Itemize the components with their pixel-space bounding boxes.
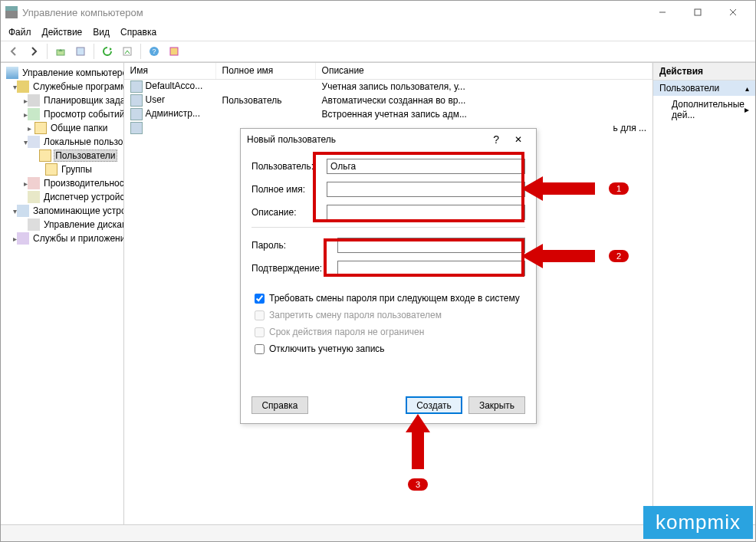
scheduler-icon [28,94,40,107]
svg-marker-11 [521,176,595,201]
dialog-title: Новый пользователь [247,134,336,145]
event-viewer-icon [28,108,40,120]
dialog-titlebar: Новый пользователь ? ✕ [241,129,536,150]
tree-storage[interactable]: ▾Запоминающие устройства [2,204,122,218]
properties-button[interactable] [72,43,89,60]
chevron-up-icon: ▴ [745,84,749,93]
menu-view[interactable]: Вид [93,27,110,38]
actions-more[interactable]: Дополнительные дей... ▸ [653,96,755,123]
minimize-button[interactable] [645,1,680,24]
export-button[interactable] [119,43,136,60]
statusbar [1,524,755,541]
tree-task-scheduler[interactable]: ▸Планировщик заданий [2,94,122,107]
svg-rect-7 [123,48,131,55]
svg-rect-1 [695,9,701,15]
view-options-button[interactable] [166,43,182,60]
close-dialog-button[interactable]: Закрыть [468,396,525,414]
window-title: Управление компьютером [22,7,143,18]
actions-header: Действия [653,63,755,80]
shared-folders-icon [35,122,47,134]
menu-action[interactable]: Действие [42,27,83,38]
mmc-icon [5,6,18,18]
close-button[interactable] [715,1,751,24]
callout-badge-1: 1 [609,182,629,195]
tools-icon [17,80,29,93]
menu-help[interactable]: Справка [120,27,156,38]
list-row[interactable]: DefaultAcco... Учетная запись пользовате… [124,80,652,94]
tree-services-apps[interactable]: ▸Службы и приложения [2,232,122,245]
user-icon [130,122,143,134]
list-row[interactable]: User Пользователь Автоматически созданна… [124,94,652,107]
new-user-dialog: Новый пользователь ? ✕ Пользователь: Пол… [240,128,537,424]
menubar: Файл Действие Вид Справка [1,24,755,41]
password-never-expires-checkbox [255,327,265,337]
svg-marker-12 [521,244,595,268]
label-description: Описание: [251,207,327,218]
password-input[interactable] [337,238,525,253]
label-user: Пользователь: [251,161,327,172]
device-manager-icon [28,191,40,203]
label-confirm: Подтверждение: [251,263,337,274]
actions-pane: Действия Пользователи ▴ Дополнительные д… [653,63,755,524]
help-button[interactable]: Справка [251,396,308,414]
titlebar: Управление компьютером [1,1,755,24]
label-no-change: Запретить смену пароля пользователем [269,310,442,320]
confirm-password-input[interactable] [337,261,525,276]
folder-icon [39,149,51,162]
user-cannot-change-checkbox [255,310,265,320]
col-full[interactable]: Полное имя [216,63,316,79]
user-icon [130,108,143,120]
label-must-change: Требовать смены пароля при следующем вхо… [269,293,520,304]
label-disable: Отключить учетную запись [269,343,385,354]
watermark: kompmix [643,506,753,539]
refresh-button[interactable] [99,43,116,60]
performance-icon [28,177,40,189]
callout-2: 2 [521,242,629,270]
services-icon [17,232,29,245]
list-row[interactable]: Администр... Встроенная учетная запись а… [124,107,652,121]
actions-section-users[interactable]: Пользователи ▴ [653,80,755,96]
tree-users[interactable]: ▸Пользователи [2,149,122,163]
svg-marker-13 [406,414,430,469]
account-disabled-checkbox[interactable] [255,344,265,354]
help-button[interactable]: ? [146,43,163,60]
up-button[interactable] [52,43,69,60]
dialog-close-button[interactable]: ✕ [507,134,530,145]
callout-1: 1 [521,175,629,202]
description-input[interactable] [327,205,525,220]
label-fullname: Полное имя: [251,184,327,195]
tree-system-tools[interactable]: ▾Служебные программы [2,80,122,94]
tree-root[interactable]: ▾Управление компьютером (локальным) [2,66,122,80]
fullname-input[interactable] [327,182,525,197]
tree-groups[interactable]: ▸Группы [2,163,122,176]
user-icon [130,94,143,107]
users-groups-icon [28,136,40,148]
dialog-help-button[interactable]: ? [485,133,507,146]
tree-device-manager[interactable]: ▸Диспетчер устройств [2,190,122,204]
tree-performance[interactable]: ▸Производительность [2,176,122,190]
tree-shared-folders[interactable]: ▸Общие папки [2,121,122,135]
folder-icon [45,163,58,176]
label-never-expire: Срок действия пароля не ограничен [269,327,424,337]
must-change-password-checkbox[interactable] [255,294,265,304]
list-header: Имя Полное имя Описание [124,63,652,80]
tree-disk-mgmt[interactable]: ▸Управление дисками [2,218,122,232]
user-input[interactable] [327,159,525,174]
callout-3: 3 [404,414,432,491]
toolbar: ? [1,41,755,62]
col-desc[interactable]: Описание [316,63,652,79]
label-password: Пароль: [251,240,337,251]
menu-file[interactable]: Файл [8,27,31,38]
nav-forward-button[interactable] [25,43,42,60]
computer-icon [6,67,18,79]
maximize-button[interactable] [680,1,715,24]
storage-icon [17,205,29,217]
create-button[interactable]: Создать [406,396,462,414]
svg-rect-5 [77,48,84,55]
tree-local-users-groups[interactable]: ▾Локальные пользователи и группы [2,135,122,149]
tree-event-viewer[interactable]: ▸Просмотр событий [2,107,122,121]
disk-mgmt-icon [28,218,40,231]
svg-rect-10 [170,48,178,55]
nav-back-button[interactable] [5,43,22,60]
col-name[interactable]: Имя [124,63,216,79]
